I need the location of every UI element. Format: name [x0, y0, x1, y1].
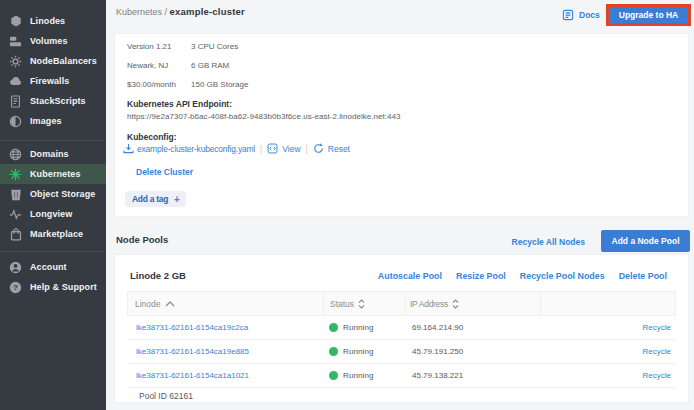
- svg-text:?: ?: [13, 283, 18, 292]
